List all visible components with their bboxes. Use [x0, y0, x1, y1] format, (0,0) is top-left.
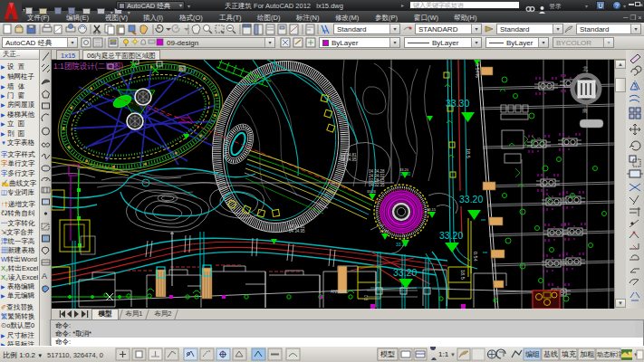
svg-text:04 34.95: 04 34.95 — [341, 157, 357, 162]
svg-text:模型: 模型 — [380, 350, 395, 358]
svg-text:0.54: 0.54 — [473, 252, 478, 262]
svg-text:0.5: 0.5 — [363, 295, 368, 301]
svg-text:33.26: 33.26 — [367, 189, 377, 194]
svg-text:33.20: 33.20 — [439, 230, 463, 241]
svg-text:33.20: 33.20 — [393, 267, 417, 278]
svg-text:33.30: 33.30 — [446, 98, 469, 109]
svg-text:04 32.35: 04 32.35 — [369, 183, 385, 187]
svg-text:▼: ▼ — [450, 352, 456, 357]
svg-text:04 34.95: 04 34.95 — [289, 229, 305, 233]
svg-text:北: 北 — [582, 65, 588, 72]
svg-text:33.07: 33.07 — [380, 229, 389, 233]
svg-text:1:1: 1:1 — [438, 350, 449, 358]
svg-text:动态标注: 动态标注 — [597, 350, 622, 358]
svg-text:ANM109: ANM109 — [331, 290, 347, 294]
svg-text:0.54%: 0.54% — [475, 63, 480, 78]
svg-text:基线: 基线 — [543, 350, 558, 358]
svg-text:南: 南 — [582, 108, 588, 113]
svg-text:33.20: 33.20 — [399, 167, 409, 172]
svg-text:加粗: 加粗 — [580, 350, 594, 358]
svg-text:编组: 编组 — [525, 350, 540, 358]
svg-text:1:1团院设计(二期图): 1:1团院设计(二期图) — [53, 62, 123, 71]
svg-text:填充: 填充 — [561, 350, 576, 358]
svg-text:18.5: 18.5 — [460, 270, 466, 280]
svg-text:A: A — [42, 272, 47, 281]
svg-text:33.15: 33.15 — [427, 207, 437, 212]
svg-text:33.20: 33.20 — [459, 194, 483, 205]
svg-text:18.5: 18.5 — [466, 148, 471, 158]
